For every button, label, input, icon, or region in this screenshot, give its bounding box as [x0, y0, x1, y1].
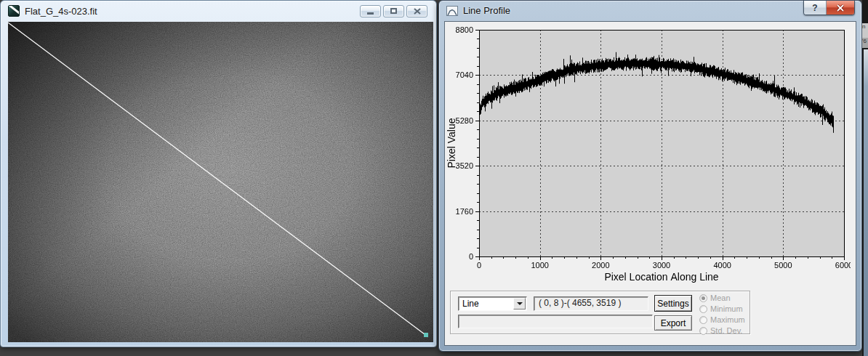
help-button[interactable]: ?: [804, 1, 827, 15]
dialog-close-button[interactable]: [827, 1, 854, 15]
fits-image-canvas[interactable]: [8, 22, 433, 342]
info-field[interactable]: [458, 315, 653, 328]
mode-select[interactable]: Line: [458, 296, 527, 311]
fits-document-icon: [8, 5, 20, 17]
line-profile-icon: [446, 6, 458, 16]
dialog-title: Line Profile: [463, 5, 510, 16]
close-icon: [414, 8, 421, 15]
export-button[interactable]: Export: [654, 315, 692, 331]
dialog-titlebar[interactable]: Line Profile ?: [439, 1, 861, 20]
profile-controls-group: Line ( 0, 8 )-( 4655, 3519 ) Settings Ex…: [450, 291, 750, 334]
statistic-radio-group: Mean Minimum Maximum Std. Dev.: [699, 293, 745, 336]
image-window-title: Flat_G_4s-023.fit: [25, 6, 97, 17]
radio-icon: [699, 316, 707, 324]
close-button[interactable]: [406, 5, 427, 17]
help-icon: ?: [812, 3, 817, 13]
minimize-button[interactable]: [360, 5, 381, 17]
radio-mean: Mean: [699, 293, 745, 303]
radio-stddev: Std. Dev.: [699, 325, 745, 336]
radio-icon: [699, 305, 707, 313]
background-text-fragment: n: [862, 23, 868, 38]
close-icon: [836, 4, 845, 12]
radio-maximum: Maximum: [699, 315, 745, 325]
dialog-client-area: Line ( 0, 8 )-( 4655, 3519 ) Settings Ex…: [444, 21, 856, 346]
line-profile-chart: [446, 24, 851, 286]
background-text-fragment: '6: [862, 38, 868, 48]
settings-button[interactable]: Settings: [654, 295, 692, 312]
flat-field-image: [8, 22, 433, 342]
chevron-down-icon[interactable]: [513, 298, 526, 310]
radio-minimum: Minimum: [699, 304, 745, 314]
window-controls: [360, 5, 427, 17]
line-endpoint-handle[interactable]: [424, 333, 428, 337]
image-window: Flat_G_4s-023.fit: [0, 0, 437, 347]
line-profile-dialog: Line Profile ? Line ( 0, 8 )-( 4655, 351…: [438, 0, 862, 352]
background-scrollbar-fragment: [864, 49, 868, 356]
restore-icon: [390, 8, 397, 14]
image-window-titlebar[interactable]: Flat_G_4s-023.fit: [1, 1, 436, 21]
radio-icon: [699, 327, 707, 335]
mode-select-value: Line: [459, 299, 513, 309]
line-coordinates-field[interactable]: ( 0, 8 )-( 4655, 3519 ): [534, 296, 648, 311]
minimize-icon: [367, 12, 374, 15]
background-window-sliver: n '6: [862, 0, 868, 356]
restore-button[interactable]: [383, 5, 404, 17]
dialog-window-controls: ?: [803, 1, 855, 15]
desktop: { "image_window": { "title": "Flat_G_4s-…: [0, 0, 868, 356]
radio-icon: [699, 294, 707, 302]
